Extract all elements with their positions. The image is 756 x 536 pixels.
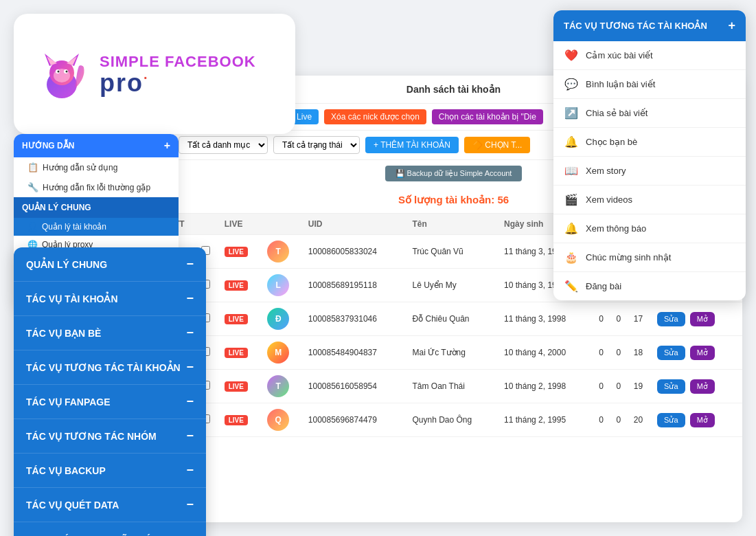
minus-icon-8: − bbox=[186, 532, 194, 536]
cell-avatar: Đ bbox=[263, 302, 304, 336]
avatar: Q bbox=[267, 409, 289, 431]
cell-uid: 100086005833024 bbox=[304, 235, 409, 269]
th-name: Tên bbox=[408, 214, 500, 235]
cell-uid: 100085696874479 bbox=[304, 403, 409, 437]
panel-item-choc-ban-be[interactable]: 🔔 Chọc bạn bè bbox=[553, 128, 746, 157]
mo-button[interactable]: Mở bbox=[690, 312, 715, 326]
cell-avatar: M bbox=[263, 336, 304, 370]
sua-button[interactable]: Sửa bbox=[657, 312, 685, 326]
cell-uid: 100085616058954 bbox=[304, 370, 409, 403]
th-avatar bbox=[263, 214, 304, 235]
chon-tk-button[interactable]: 🔶 CHỌN T... bbox=[464, 137, 530, 153]
sidebar-bottom-tac-vu-ban-be[interactable]: TÁC VỤ BẠN BÈ − bbox=[14, 316, 206, 350]
filter-danhmuc[interactable]: Tất cả danh mục bbox=[179, 136, 268, 154]
backup-button[interactable]: 💾 Backup dữ liệu Simple Account bbox=[385, 166, 523, 181]
cell-avatar: L bbox=[263, 269, 304, 302]
sidebar-bottom-danh-sach-data[interactable]: DANH SÁCH DATA ĐÃ QUÉT − bbox=[14, 522, 206, 536]
minus-icon-6: − bbox=[186, 463, 194, 478]
filter-trangthai[interactable]: Tất cả trạng thái bbox=[273, 136, 360, 154]
cell-live: LIVE bbox=[220, 302, 264, 336]
birthday-icon: 🎂 bbox=[564, 251, 579, 264]
live-badge: LIVE bbox=[225, 415, 248, 425]
cell-c3: 17 bbox=[630, 302, 653, 336]
comment-icon: 💬 bbox=[564, 78, 579, 91]
panel-item-cam-xuc[interactable]: ❤️ Cảm xúc bài viết bbox=[553, 41, 746, 70]
panel-item-xem-story[interactable]: 📖 Xem story bbox=[553, 157, 746, 186]
story-icon: 📖 bbox=[564, 164, 579, 177]
cell-dob: 11 tháng 2, 1995 bbox=[500, 403, 595, 437]
cell-c1: 0 bbox=[595, 403, 612, 437]
sua-button[interactable]: Sửa bbox=[657, 379, 685, 394]
live-badge: LIVE bbox=[225, 280, 248, 291]
sua-button[interactable]: Sửa bbox=[657, 413, 685, 427]
panel-item-xem-thong-bao[interactable]: 🔔 Xem thông báo bbox=[553, 214, 746, 243]
them-tai-khoan-button[interactable]: + THÊM TÀI KHOẢN bbox=[365, 137, 459, 153]
sidebar-bottom-tac-vu-fanpage[interactable]: TÁC VỤ FANPAGE − bbox=[14, 385, 206, 419]
minus-icon-0: − bbox=[186, 257, 194, 271]
sidebar-bottom-tac-vu-quet-data[interactable]: TÁC VỤ QUÉT DATA − bbox=[14, 488, 206, 522]
huong-dan-plus[interactable]: + bbox=[164, 139, 170, 152]
wrench-icon: 🔧 bbox=[27, 182, 38, 192]
video-icon: 🎬 bbox=[564, 193, 579, 206]
share-icon: ↗️ bbox=[564, 107, 579, 120]
mo-button[interactable]: Mở bbox=[690, 379, 715, 394]
cell-c1: 0 bbox=[595, 370, 612, 403]
sidebar-bottom-tac-vu-tuong-tac-nhom[interactable]: TÁC VỤ TƯƠNG TÁC NHÓM − bbox=[14, 419, 206, 454]
panel-item-chia-se[interactable]: ↗️ Chia sẻ bài viết bbox=[553, 99, 746, 128]
sidebar-bottom-tac-vu-backup[interactable]: TÁC VỤ BACKUP − bbox=[14, 454, 206, 488]
avatar: Đ bbox=[267, 308, 289, 330]
xoa-button[interactable]: Xóa các nick được chọn bbox=[324, 109, 426, 124]
table-row: LIVE Q 100085696874479 Quynh Dao Ông 11 … bbox=[165, 403, 742, 437]
svg-point-10 bbox=[66, 70, 68, 72]
th-live: LIVE bbox=[220, 214, 264, 235]
right-panel-header: TÁC VỤ TƯƠNG TÁC TÀI KHOẢN + bbox=[553, 10, 746, 41]
mo-button[interactable]: Mở bbox=[690, 413, 715, 427]
table-row: LIVE M 100085484904837 Mai Ức Tường 10 t… bbox=[165, 336, 742, 370]
sidebar-item-quan-ly-tai-khoan[interactable]: 👤 Quản lý tài khoản bbox=[14, 218, 179, 236]
chon-die-button[interactable]: Chọn các tài khoản bị "Die bbox=[432, 109, 543, 124]
table-row: LIVE Đ 100085837931046 Đỗ Chiêu Quân 11 … bbox=[165, 302, 742, 336]
th-uid: UID bbox=[304, 214, 409, 235]
sidebar-item-fix-loi[interactable]: 🔧 Hướng dẫn fix lỗi thường gặp bbox=[14, 177, 179, 197]
cell-avatar: T bbox=[263, 235, 304, 269]
panel-item-chuc-mung-sinh-nhat[interactable]: 🎂 Chúc mừng sinh nhật bbox=[553, 243, 746, 272]
sidebar-bottom-tac-vu-tai-khoan[interactable]: TÁC VỤ TÀI KHOẢN − bbox=[14, 282, 206, 316]
cell-avatar: T bbox=[263, 370, 304, 403]
panel-item-binh-luan[interactable]: 💬 Bình luận bài viết bbox=[553, 70, 746, 99]
logo-icon bbox=[34, 47, 89, 102]
cell-name: Đỗ Chiêu Quân bbox=[408, 302, 500, 336]
right-panel-plus[interactable]: + bbox=[728, 19, 735, 33]
live-badge: LIVE bbox=[225, 247, 248, 257]
live-badge: LIVE bbox=[225, 348, 248, 358]
huong-dan-header[interactable]: HƯỚNG DẪN + bbox=[14, 134, 179, 157]
book-icon: 📋 bbox=[27, 162, 38, 172]
cell-c2: 0 bbox=[612, 302, 629, 336]
logo-text: SIMPLE FACEBOOK pro· bbox=[100, 53, 256, 96]
minus-icon-2: − bbox=[186, 326, 194, 340]
cell-live: LIVE bbox=[220, 235, 264, 269]
avatar: T bbox=[267, 241, 289, 263]
logo-pro: pro· bbox=[100, 71, 256, 96]
cell-actions: Sửa Mở bbox=[653, 302, 742, 336]
panel-item-dang-bai[interactable]: ✏️ Đăng bài bbox=[553, 272, 746, 300]
app-container: SIMPLE FACEBOOK pro· HƯỚNG DẪN + 📋 Hướng… bbox=[0, 0, 756, 536]
sidebar-bottom-quan-ly-chung[interactable]: QUẢN LÝ CHUNG − bbox=[14, 247, 206, 282]
cell-uid: 100085484904837 bbox=[304, 336, 409, 370]
avatar: T bbox=[267, 375, 289, 397]
cell-c2: 0 bbox=[612, 336, 629, 370]
cell-dob: 10 tháng 4, 2000 bbox=[500, 336, 595, 370]
quan-ly-chung-header[interactable]: QUẢN LÝ CHUNG bbox=[14, 197, 179, 218]
heart-icon: ❤️ bbox=[564, 49, 579, 62]
mo-button[interactable]: Mở bbox=[690, 346, 715, 360]
svg-point-9 bbox=[58, 70, 60, 72]
cell-dob: 11 tháng 3, 1998 bbox=[500, 302, 595, 336]
minus-icon-7: − bbox=[186, 498, 194, 512]
panel-item-xem-videos[interactable]: 🎬 Xem videos bbox=[553, 186, 746, 214]
sua-button[interactable]: Sửa bbox=[657, 346, 685, 360]
cell-name: Trúc Quân Vũ bbox=[408, 235, 500, 269]
sidebar-item-huong-dan-su-dung[interactable]: 📋 Hướng dẫn sử dụng bbox=[14, 157, 179, 177]
sidebar-bottom-tac-vu-tuong-tac[interactable]: TÁC VỤ TƯƠNG TÁC TÀI KHOẢN − bbox=[14, 350, 206, 385]
avatar: L bbox=[267, 274, 289, 296]
cell-name: Quynh Dao Ông bbox=[408, 403, 500, 437]
cell-actions: Sửa Mở bbox=[653, 403, 742, 437]
